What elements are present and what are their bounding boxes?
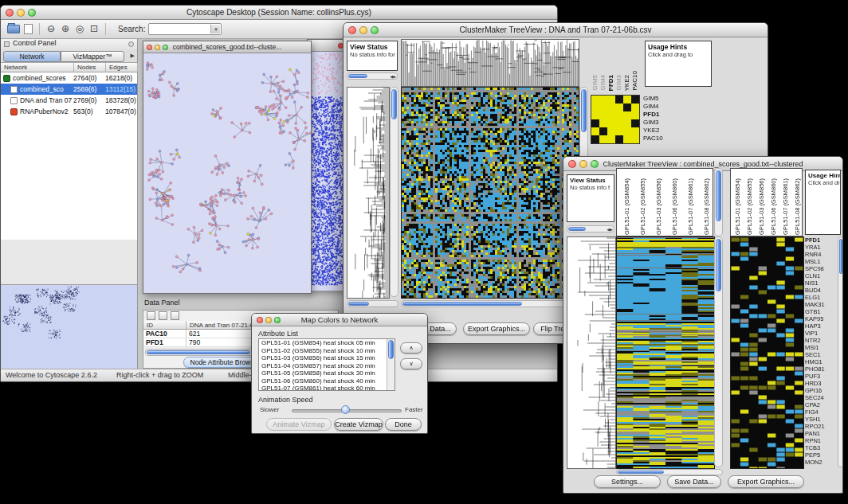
move-up-button[interactable]: ∧	[400, 342, 422, 354]
dense-network-canvas[interactable]	[308, 52, 346, 291]
attribute-list-item[interactable]: GPL51-03 (GSM856) heat shock 15 min	[259, 354, 395, 362]
export-graphics-button[interactable]: Export Graphics...	[463, 322, 530, 335]
scroll-thumb[interactable]	[716, 170, 721, 221]
scroll-thumb[interactable]	[391, 89, 397, 119]
gene-label[interactable]: SPC98	[805, 265, 837, 272]
minimize-button[interactable]	[17, 9, 25, 17]
attribute-list-item[interactable]: GPL51-07 (GSM861) heat shock 60 min	[259, 385, 395, 391]
gene-label[interactable]: VIP1	[805, 330, 837, 337]
heatmap-canvas[interactable]	[401, 87, 579, 299]
gene-label[interactable]: CPA2	[805, 401, 837, 408]
scroll-thumb[interactable]	[618, 471, 664, 474]
attribute-list-item[interactable]: GPL51-04 (GSM857) heat shock 20 min	[259, 362, 395, 370]
scroll-thumb[interactable]	[388, 340, 394, 359]
view-status-hscrollbar[interactable]: ◀▶	[567, 225, 614, 232]
network-tree-row[interactable]: DNA and Tran 072769(0)183728(0)	[1, 95, 137, 106]
done-button[interactable]: Done	[385, 418, 422, 431]
minimize-button[interactable]	[359, 26, 367, 34]
tv1-titlebar[interactable]: ClusterMaker TreeView : DNA and Tran 07-…	[344, 23, 768, 37]
gene-label[interactable]: HMG1	[805, 358, 837, 365]
gene-label[interactable]: CLN1	[805, 272, 837, 279]
gene-label[interactable]: RPN1	[805, 437, 837, 444]
column-header-edges[interactable]: Edges	[106, 63, 138, 72]
gene-label[interactable]: YSH1	[805, 416, 837, 423]
zoom-fit-icon[interactable]: ◎	[73, 22, 87, 37]
scroll-thumb[interactable]	[348, 302, 369, 306]
tab-network[interactable]: Network	[3, 51, 61, 62]
zoom-out-icon[interactable]: ⊖	[44, 22, 58, 37]
heatmap-canvas[interactable]	[616, 236, 715, 469]
minimize-button[interactable]	[579, 160, 587, 168]
view-status-hscrollbar[interactable]: ◀▶	[347, 72, 398, 80]
gene-label[interactable]: YRA1	[805, 244, 837, 251]
zoom-button[interactable]	[591, 160, 599, 168]
save-session-icon[interactable]	[24, 24, 33, 34]
zoom-selected-icon[interactable]: ⊡	[87, 22, 101, 37]
labels-vscrollbar[interactable]	[714, 168, 723, 236]
gene-label[interactable]: NIS1	[805, 279, 837, 287]
column-header-network[interactable]: Network	[1, 63, 74, 72]
gene-label[interactable]: NTR2	[805, 337, 837, 344]
gene-label[interactable]: PHO81	[805, 365, 837, 373]
network-tree-row[interactable]: combined_sco2569(6)13112(15)	[1, 84, 137, 95]
frame-close-icon[interactable]	[147, 45, 152, 50]
gene-label[interactable]: KAP95	[805, 315, 837, 322]
network-tree-row[interactable]: RNAPuberNov2563(0)107847(0)	[1, 106, 137, 117]
gene-label[interactable]: PAN1	[805, 430, 837, 437]
create-vizmap-button[interactable]: Create Vizmap	[334, 418, 383, 431]
gene-label[interactable]: MON2	[805, 459, 837, 466]
network-view-canvas[interactable]	[143, 53, 311, 293]
similarity-matrix-canvas[interactable]	[591, 95, 640, 144]
network-tree-row[interactable]: combined_scores2764(0)16218(0)	[1, 72, 137, 84]
scroll-thumb[interactable]	[839, 239, 842, 274]
scroll-thumb[interactable]	[568, 227, 586, 231]
heatmap-hscrollbar[interactable]	[401, 300, 588, 307]
attribute-list-item[interactable]: GPL51-06 (GSM860) heat shock 40 min	[259, 377, 395, 385]
select-attributes-icon[interactable]	[159, 311, 167, 320]
network-frame-titlebar[interactable]: combined_scores_good.txt--cluste...	[143, 41, 311, 53]
zoom-button[interactable]	[274, 317, 281, 323]
table-mode-icon[interactable]	[147, 311, 155, 320]
global-heatmap-canvas[interactable]	[730, 236, 804, 469]
gene-label[interactable]: PFD1	[805, 236, 837, 244]
attribute-listbox[interactable]: GPL51-01 (GSM854) heat shock 05 minGPL51…	[258, 338, 395, 391]
gene-label[interactable]: MSI1	[805, 344, 837, 351]
gene-label[interactable]: GTB1	[805, 308, 837, 315]
settings-button[interactable]: Settings...	[594, 475, 661, 488]
scroll-thumb[interactable]	[348, 74, 367, 78]
gene-label[interactable]: MAK31	[805, 301, 837, 308]
dialog-titlebar[interactable]: Map Colors to Network	[252, 314, 427, 326]
gene-label[interactable]: RPO21	[805, 423, 837, 430]
attribute-fn-icon[interactable]	[171, 311, 179, 320]
scroll-thumb[interactable]	[147, 350, 250, 354]
search-dropdown-icon[interactable]: ▾	[210, 25, 220, 33]
panel-float-icon[interactable]	[4, 41, 10, 47]
gene-label[interactable]: TCB3	[805, 444, 837, 451]
attribute-list-item[interactable]: GPL51-05 (GSM858) heat shock 30 min	[259, 369, 395, 377]
gene-label[interactable]: HRD3	[805, 380, 837, 387]
close-button[interactable]	[257, 317, 263, 323]
close-button[interactable]	[6, 9, 14, 17]
gene-label[interactable]: FIG4	[805, 408, 837, 416]
scroll-arrows-icon[interactable]: ◀▶	[390, 73, 396, 80]
gene-label[interactable]: GPI16	[805, 387, 837, 394]
gene-label[interactable]: PUF3	[805, 373, 837, 380]
scroll-thumb[interactable]	[402, 302, 522, 306]
gene-label[interactable]: RNR4	[805, 251, 837, 258]
attribute-list-item[interactable]: GPL51-02 (GSM855) heat shock 10 min	[259, 347, 395, 355]
frame-zoom-icon[interactable]	[163, 45, 168, 50]
open-session-icon[interactable]	[7, 25, 20, 33]
scroll-arrows-icon[interactable]: ◀▶	[607, 226, 613, 232]
column-header-nodes[interactable]: Nodes	[74, 63, 106, 72]
birdseye-canvas[interactable]	[1, 286, 136, 370]
panel-close-icon[interactable]	[128, 41, 134, 47]
row-dendrogram-canvas[interactable]	[347, 87, 390, 299]
save-data-button[interactable]: Save Data...	[667, 475, 721, 488]
zoom-button[interactable]	[28, 9, 36, 17]
main-titlebar[interactable]: Cytoscape Desktop (Session Name: collins…	[1, 6, 557, 20]
column-header-id[interactable]: ID	[143, 321, 186, 330]
close-button[interactable]	[348, 26, 356, 34]
zoom-in-icon[interactable]: ⊕	[58, 22, 73, 37]
gene-label[interactable]: MSL1	[805, 258, 837, 265]
minimize-button[interactable]	[265, 317, 272, 323]
